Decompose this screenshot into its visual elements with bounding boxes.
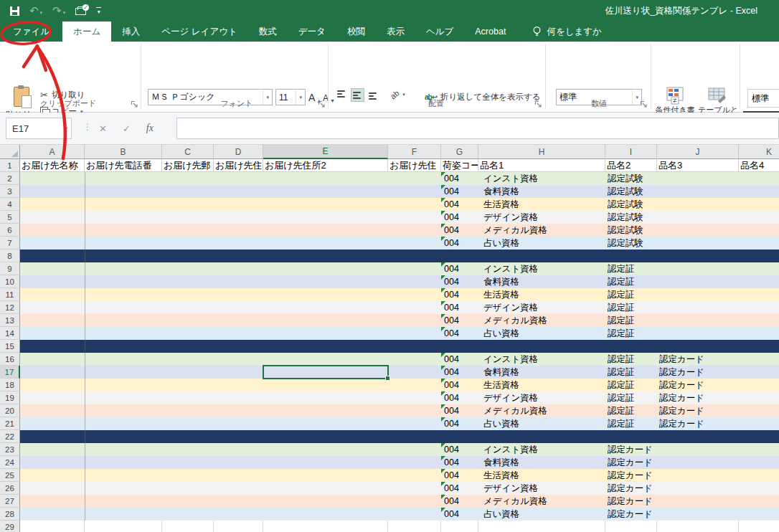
row-body-12[interactable]: 004デザイン資格認定証 [20, 301, 779, 314]
row-body-29[interactable] [20, 521, 779, 532]
cell-H14[interactable]: 占い資格 [483, 327, 519, 340]
cell-I12[interactable]: 認定証 [608, 301, 635, 314]
header-cell-I1[interactable]: 品名2 [605, 159, 657, 172]
cell-J18[interactable]: 認定カード [659, 379, 704, 391]
cell-I24[interactable]: 認定カード [608, 456, 653, 469]
row-body-17[interactable]: 004食料資格認定証認定カード [20, 366, 779, 379]
cell-H7[interactable]: 占い資格 [483, 237, 519, 250]
cell-H21[interactable]: 占い資格 [483, 417, 519, 430]
cell-H26[interactable]: デザイン資格 [483, 482, 538, 495]
cell-H28[interactable]: 占い資格 [483, 508, 519, 521]
cell-H23[interactable]: インスト資格 [483, 443, 538, 456]
cell-style-normal[interactable]: 標準 [747, 89, 779, 108]
font-size-combo[interactable]: 11 ▾ [275, 89, 306, 105]
row-body-5[interactable]: 004デザイン資格認定試験 [20, 211, 779, 224]
header-cell-G1[interactable]: 荷姿コー [441, 159, 478, 172]
cancel-icon[interactable]: ✕ [99, 123, 107, 134]
row-header-5[interactable]: 5 [0, 211, 20, 224]
row-body-26[interactable]: 004デザイン資格認定カード [20, 482, 779, 495]
row-header-14[interactable]: 14 [0, 327, 20, 340]
column-header-G[interactable]: G [441, 145, 478, 159]
cell-G12[interactable]: 004 [444, 301, 459, 314]
row-body-1[interactable]: お届け先名称お届け先電話番お届け先郵お届け先住お届け先住所2お届け先住荷姿コー品… [20, 159, 779, 172]
row-header-28[interactable]: 28 [0, 508, 20, 521]
row-header-12[interactable]: 12 [0, 301, 20, 314]
row-header-16[interactable]: 16 [0, 353, 20, 366]
row-body-2[interactable]: 004インスト資格認定試験 [20, 172, 779, 185]
row-header-15[interactable]: 15 [0, 340, 20, 353]
cell-J21[interactable]: 認定カード [659, 417, 704, 430]
row-header-13[interactable]: 13 [0, 314, 20, 327]
cell-H9[interactable]: インスト資格 [483, 262, 538, 275]
cell-H20[interactable]: メディカル資格 [483, 404, 547, 417]
empty-cell-I29[interactable] [605, 521, 657, 532]
row-body-3[interactable]: 004食料資格認定試験 [20, 185, 779, 198]
cell-I19[interactable]: 認定証 [608, 391, 635, 404]
row-body-24[interactable]: 004食料資格認定カード [20, 456, 779, 469]
cell-G18[interactable]: 004 [444, 379, 459, 391]
row-header-9[interactable]: 9 [0, 262, 20, 275]
row-header-11[interactable]: 11 [0, 288, 20, 301]
cell-G21[interactable]: 004 [444, 417, 459, 430]
row-header-23[interactable]: 23 [0, 443, 20, 456]
cell-I10[interactable]: 認定証 [608, 275, 635, 288]
cell-G14[interactable]: 004 [444, 327, 459, 340]
row-header-20[interactable]: 20 [0, 404, 20, 417]
cell-G5[interactable]: 004 [444, 211, 459, 224]
cell-H4[interactable]: 生活資格 [483, 198, 519, 211]
empty-cell-A29[interactable] [20, 521, 85, 532]
column-header-B[interactable]: B [85, 145, 162, 159]
cell-J20[interactable]: 認定カード [659, 404, 704, 417]
header-cell-B1[interactable]: お届け先電話番 [85, 159, 162, 172]
cell-G24[interactable]: 004 [444, 456, 459, 469]
cell-G10[interactable]: 004 [444, 275, 459, 288]
row-body-25[interactable]: 004生活資格認定カード [20, 469, 779, 482]
redo-icon[interactable]: ↷▾ [52, 4, 65, 17]
bottom-align-icon[interactable] [367, 89, 379, 101]
row-body-6[interactable]: 004メディカル資格認定試験 [20, 224, 779, 237]
column-header-C[interactable]: C [162, 145, 214, 159]
cell-H13[interactable]: メディカル資格 [483, 314, 547, 327]
row-body-20[interactable]: 004メディカル資格認定証認定カード [20, 404, 779, 417]
cell-H27[interactable]: メディカル資格 [483, 495, 547, 508]
row-header-17[interactable]: 17 [0, 366, 20, 379]
row-header-7[interactable]: 7 [0, 237, 20, 250]
undo-icon[interactable]: ↶▾ [29, 4, 42, 17]
cell-I7[interactable]: 認定試験 [608, 237, 643, 250]
row-header-25[interactable]: 25 [0, 469, 20, 482]
cell-I9[interactable]: 認定証 [608, 262, 635, 275]
row-body-23[interactable]: 004インスト資格認定カード [20, 443, 779, 456]
header-cell-A1[interactable]: お届け先名称 [20, 159, 85, 172]
row-header-29[interactable]: 29 [0, 521, 20, 532]
cell-H25[interactable]: 生活資格 [483, 469, 519, 482]
customize-qat-icon[interactable]: ▾ [96, 7, 101, 14]
tab-review[interactable]: 校閲 [336, 22, 376, 42]
cell-G7[interactable]: 004 [444, 237, 459, 250]
cell-I26[interactable]: 認定カード [608, 482, 653, 495]
cell-I4[interactable]: 認定試験 [608, 198, 643, 211]
select-all-corner[interactable] [0, 145, 20, 159]
row-header-24[interactable]: 24 [0, 456, 20, 469]
enter-icon[interactable]: ✓ [123, 123, 131, 134]
cell-H6[interactable]: メディカル資格 [483, 224, 547, 237]
row-body-11[interactable]: 004生活資格認定証 [20, 288, 779, 301]
empty-cell-F29[interactable] [388, 521, 441, 532]
cell-G9[interactable]: 004 [444, 262, 459, 275]
row-header-21[interactable]: 21 [0, 417, 20, 430]
cell-I5[interactable]: 認定試験 [608, 211, 643, 224]
cell-G3[interactable]: 004 [444, 185, 459, 198]
column-header-H[interactable]: H [478, 145, 605, 159]
cell-H18[interactable]: 生活資格 [483, 379, 519, 391]
tab-help[interactable]: ヘルプ [415, 22, 464, 42]
column-header-A[interactable]: A [20, 145, 85, 159]
row-header-19[interactable]: 19 [0, 391, 20, 404]
formula-bar-handle[interactable]: ⋮ [83, 122, 92, 132]
header-cell-J1[interactable]: 品名3 [657, 159, 739, 172]
cell-G19[interactable]: 004 [444, 391, 459, 404]
formula-input[interactable] [176, 118, 779, 139]
empty-cell-J29[interactable] [657, 521, 739, 532]
save-icon[interactable] [10, 6, 19, 16]
row-body-21[interactable]: 004占い資格認定証認定カード [20, 417, 779, 430]
cell-J16[interactable]: 認定カード [659, 353, 704, 366]
header-cell-C1[interactable]: お届け先郵 [162, 159, 214, 172]
